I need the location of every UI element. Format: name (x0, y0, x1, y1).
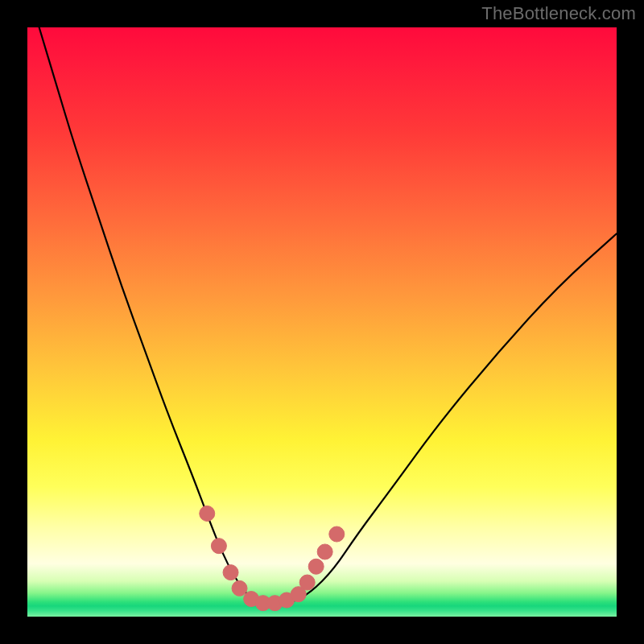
valley-marker (329, 526, 345, 542)
bottleneck-curve (39, 27, 617, 605)
valley-marker (308, 559, 324, 574)
valley-marker (232, 580, 247, 596)
valley-marker (317, 544, 332, 559)
valley-markers (200, 506, 345, 610)
valley-marker (211, 539, 226, 554)
plot-area (27, 27, 617, 617)
chart-frame: TheBottleneck.com (0, 0, 644, 644)
watermark-text: TheBottleneck.com (481, 3, 636, 24)
chart-svg (27, 27, 617, 617)
valley-marker (223, 565, 238, 580)
valley-marker (299, 575, 315, 590)
valley-marker (200, 506, 215, 521)
